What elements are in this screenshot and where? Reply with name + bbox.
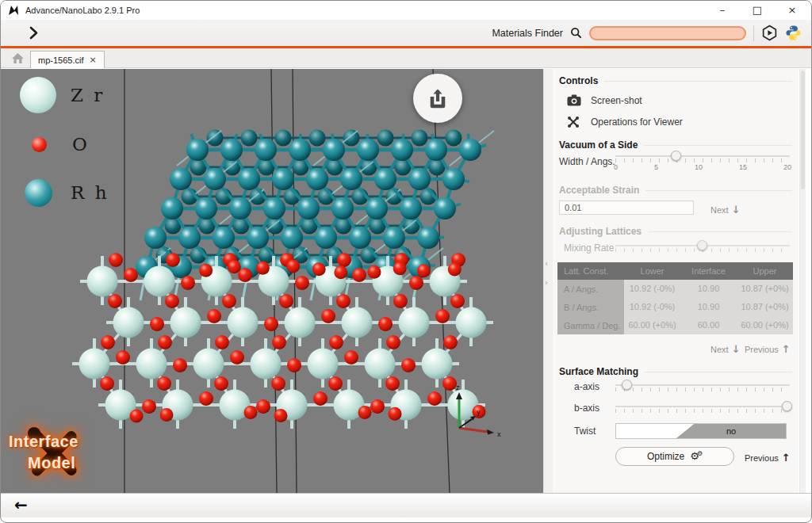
maximize-button[interactable]: □ [740, 1, 775, 20]
controls-title-text: Controls [559, 75, 598, 86]
screenshot-button[interactable]: Screen-shot [591, 95, 642, 106]
operations-icon [567, 116, 580, 128]
bottom-bar: ← [1, 493, 811, 517]
interface-model-watermark: Interface Model [6, 416, 109, 489]
a-axis-slider[interactable] [615, 384, 790, 391]
vacuum-width-slider[interactable]: 05101520 [615, 155, 790, 171]
app-window: Advance/NanoLabo 2.9.1 Pro – □ × Materia… [0, 0, 812, 523]
adjust-section-title: Adjusting Lattices [559, 226, 792, 237]
tab-label: mp-1565.cif [38, 55, 83, 65]
twist-toggle[interactable]: no [615, 423, 787, 439]
minimize-button[interactable]: – [705, 1, 740, 20]
mixing-slider-thumb [697, 240, 707, 250]
search-icon [570, 27, 582, 39]
table-cell: 10.87 (+0%) [737, 298, 793, 316]
vacuum-title-text: Vacuum of a Side [559, 139, 638, 151]
molecule-hexagon-icon[interactable] [761, 25, 778, 41]
table-cell: 10.87 (+0%) [737, 280, 793, 298]
b-axis-track[interactable] [615, 406, 790, 407]
table-header-cell: Interface [680, 266, 737, 276]
app-logo-icon [8, 5, 19, 16]
legend-zr-sphere [20, 77, 56, 113]
table-cell: 60.00 (+0%) [737, 316, 793, 334]
table-header-cell: Lower [624, 266, 680, 276]
vacuum-tick-label: 0 [614, 163, 618, 171]
vacuum-tick-label: 10 [695, 163, 703, 171]
adjust-title-text: Adjusting Lattices [559, 226, 642, 237]
vacuum-slider-thumb[interactable] [671, 151, 681, 161]
mixing-rate-slider [615, 245, 790, 252]
watermark-line1: Interface [9, 433, 79, 451]
optimize-button[interactable]: Optimize ⚙⚙ [615, 447, 734, 466]
control-panel: Controls Screen-shot Operations for View… [553, 69, 799, 493]
close-button[interactable]: × [775, 1, 810, 20]
table-row-label: B / Angs. [557, 298, 624, 316]
table-row-label: Gamma / Deg. [557, 316, 624, 334]
axis-triad: z y x [439, 382, 518, 437]
table-cell: 10.90 [680, 298, 737, 316]
tab-close-icon[interactable]: × [89, 55, 96, 65]
table-row: B / Angs.10.92 (-0%)10.9010.87 (+0%) [557, 298, 793, 316]
table-previous-label: Previous [745, 345, 779, 354]
down-arrow-icon: ↓ [732, 343, 741, 355]
vacuum-tick-label: 15 [739, 163, 747, 171]
strain-title-text: Acceptable Strain [559, 185, 639, 196]
b-axis-label: b-axis [574, 403, 599, 414]
table-row: A / Angs.10.92 (-0%)10.9010.87 (+0%) [557, 280, 793, 298]
home-icon[interactable] [11, 52, 25, 64]
toolbar: Materials Finder [1, 20, 811, 46]
up-arrow-icon: ↑ [782, 452, 791, 464]
table-cell: 10.90 [680, 280, 737, 298]
expand-menu-chevron-icon[interactable] [29, 26, 38, 40]
strain-next-button[interactable]: Next ↓ [710, 204, 741, 216]
mixing-rate-label: Mixing Rate [564, 242, 614, 254]
tab-bar: mp-1565.cif × [1, 48, 811, 68]
legend-zr-label: Z r [71, 85, 105, 105]
collapse-left-icon[interactable]: ‹ [545, 259, 548, 268]
python-icon[interactable] [785, 25, 802, 41]
tab-mp-1565[interactable]: mp-1565.cif × [30, 51, 105, 68]
legend-o-label: O [72, 134, 90, 155]
back-button[interactable]: ← [14, 495, 28, 514]
axis-x-label: x [497, 430, 501, 437]
export-button[interactable] [413, 74, 462, 123]
collapse-right-icon[interactable]: › [545, 278, 548, 287]
up-arrow-icon: ↑ [782, 343, 791, 355]
table-cell: 10.92 (-0%) [624, 298, 680, 316]
lattice-table: Latt. Const.LowerInterfaceUpperA / Angs.… [557, 262, 793, 334]
camera-icon [567, 94, 581, 106]
b-axis-thumb[interactable] [782, 401, 792, 411]
structure-viewer[interactable]: Z r O R h z y x [1, 69, 543, 493]
window-controls: – □ × [705, 1, 810, 20]
a-axis-ticks [615, 387, 790, 391]
twist-value: no [676, 424, 786, 438]
legend-rh-sphere [25, 179, 52, 207]
optimize-label: Optimize [647, 451, 684, 462]
operations-for-viewer-button[interactable]: Operations for Viewer [591, 116, 683, 128]
surface-section-title: Surface Matching [559, 366, 792, 377]
table-next-button: Next ↓ [710, 343, 741, 355]
vacuum-width-label: Width / Angs. [559, 156, 615, 167]
vacuum-tick-label: 5 [654, 163, 658, 171]
table-header-row: Latt. Const.LowerInterfaceUpper [557, 262, 793, 280]
b-axis-ticks [615, 409, 790, 413]
table-cell: 60.00 (+0%) [624, 316, 680, 334]
app-title: Advance/NanoLabo 2.9.1 Pro [25, 6, 140, 15]
watermark-line2: Model [28, 454, 75, 472]
strain-input[interactable] [559, 200, 694, 215]
vacuum-slider-track[interactable] [615, 155, 790, 157]
panel-scrollbar[interactable] [799, 69, 806, 493]
table-row-label: A / Angs. [557, 280, 624, 298]
strain-next-label: Next [710, 205, 729, 215]
a-axis-track[interactable] [615, 384, 790, 386]
surface-title-text: Surface Matching [559, 366, 638, 377]
panel-collapse-strip[interactable]: ‹ › [543, 69, 553, 493]
materials-finder-input[interactable] [589, 26, 746, 40]
share-export-icon [425, 86, 450, 111]
vacuum-slider-ticks [615, 158, 790, 162]
surface-previous-button[interactable]: Previous ↑ [745, 452, 791, 464]
crossed-tools-icon [23, 422, 85, 484]
panel-scrollbar-thumb[interactable] [801, 71, 805, 189]
table-header-cell: Upper [737, 266, 793, 276]
b-axis-slider[interactable] [615, 406, 790, 413]
